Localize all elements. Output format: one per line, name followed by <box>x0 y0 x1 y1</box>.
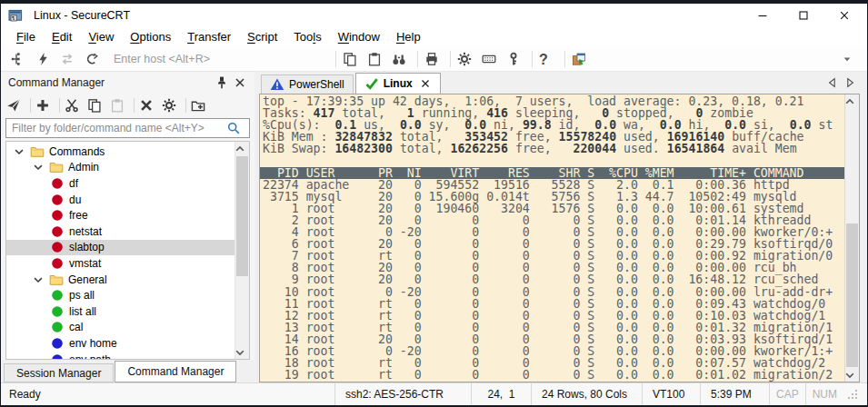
terminal[interactable]: top - 17:39:35 up 42 days, 1:06, 7 users… <box>260 94 844 382</box>
scroll-up-button[interactable] <box>235 142 249 155</box>
session-tab-linux[interactable]: Linux <box>355 73 441 94</box>
close-button[interactable] <box>826 4 867 26</box>
pin-button[interactable] <box>215 74 233 92</box>
tree-item-free[interactable]: free <box>6 207 234 223</box>
tree-item-admin[interactable]: Admin <box>6 160 234 176</box>
scroll-down-button[interactable] <box>845 368 859 382</box>
copy-button[interactable] <box>85 95 108 115</box>
scroll-thumb[interactable] <box>236 156 248 276</box>
toolbar-separator <box>532 51 533 67</box>
chevron-down-icon[interactable] <box>12 144 26 159</box>
session-manager-button[interactable] <box>8 48 33 70</box>
session-options-button[interactable] <box>454 48 479 70</box>
toolbar-overflow-icon <box>840 52 854 66</box>
copy-button[interactable] <box>340 48 364 70</box>
tree-item-env-home[interactable]: env home <box>6 335 234 352</box>
scroll-down-button[interactable] <box>235 345 249 359</box>
menu-script[interactable]: Script <box>239 28 285 45</box>
tree-item-env-path[interactable]: env path <box>6 352 234 359</box>
options-gear-icon <box>162 98 176 113</box>
tree-scrollbar[interactable] <box>234 142 249 359</box>
status-emulation: VT100 <box>642 383 700 405</box>
menu-window[interactable]: Window <box>330 28 388 45</box>
tab-scroll-left-button[interactable] <box>823 74 841 92</box>
keymap-button[interactable] <box>479 48 504 70</box>
menu-file[interactable]: File <box>8 28 44 45</box>
disconnect-button[interactable] <box>82 48 106 70</box>
tree-item-netstat[interactable]: netstat <box>6 223 234 240</box>
filter-box[interactable]: Filter by folder/command name <Alt+Y> <box>5 118 250 138</box>
cut-button[interactable] <box>63 95 85 115</box>
status-cursor-position: 24, 1 <box>471 383 531 405</box>
terminal-scrollbar[interactable] <box>844 94 859 382</box>
scroll-thumb[interactable] <box>846 223 858 367</box>
paste-button[interactable] <box>108 95 131 115</box>
menu-view[interactable]: View <box>80 28 122 45</box>
securecrt-window: Linux - SecureCRT FileEditViewOptionsTra… <box>1 4 867 405</box>
session-tab-powershell[interactable]: PowerShell <box>261 74 354 94</box>
tree-item-label: vmstat <box>69 257 101 270</box>
paste-button[interactable] <box>364 48 389 70</box>
menu-edit[interactable]: Edit <box>44 28 80 45</box>
ssh-key-button[interactable] <box>504 48 528 70</box>
delete-button[interactable] <box>137 95 160 115</box>
minimize-button[interactable] <box>744 4 785 26</box>
folder-icon <box>30 144 45 159</box>
status-terminal-size: 24 Rows, 80 Cols <box>531 383 642 405</box>
add-command-button[interactable] <box>34 95 56 115</box>
tree-item-commands[interactable]: Commands <box>6 144 234 160</box>
options-gear-button[interactable] <box>160 95 183 115</box>
chevron-down-icon[interactable] <box>31 160 45 174</box>
filter-placeholder: Filter by folder/command name <Alt+Y> <box>12 122 226 134</box>
arrow-up-icon <box>233 142 247 156</box>
copy-icon <box>87 98 102 113</box>
help-button[interactable]: ? <box>536 48 561 70</box>
menu-help[interactable]: Help <box>388 28 429 45</box>
send-command-button[interactable] <box>5 95 27 115</box>
panel-tab-session-manager[interactable]: Session Manager <box>4 363 114 382</box>
launch-application-button[interactable] <box>569 48 594 70</box>
new-folder-button[interactable] <box>189 95 212 115</box>
quick-connect-button[interactable] <box>33 48 57 70</box>
tree-item-label: list all <box>69 305 96 318</box>
resize-grip[interactable] <box>843 383 867 405</box>
tree-item-list-all[interactable]: list all <box>6 303 234 320</box>
panel-tab-command-manager[interactable]: Command Manager <box>115 361 236 382</box>
search-icon <box>226 121 241 135</box>
tree-item-general[interactable]: General <box>6 272 234 288</box>
tree-item-vmstat[interactable]: vmstat <box>6 255 234 272</box>
toolbar-overflow-button[interactable] <box>837 48 862 70</box>
tree-item-du[interactable]: du <box>6 192 234 208</box>
chevron-down-icon[interactable] <box>31 273 45 287</box>
arrow-down-icon <box>233 345 247 360</box>
tree-item-slabtop[interactable]: slabtop <box>6 240 234 256</box>
tree-item-label: du <box>69 194 81 206</box>
scroll-up-button[interactable] <box>845 94 859 108</box>
find-button[interactable] <box>389 48 414 70</box>
launch-application-icon <box>572 52 586 66</box>
menu-options[interactable]: Options <box>122 28 179 45</box>
tab-close-button[interactable] <box>419 77 432 90</box>
print-button[interactable] <box>422 48 446 70</box>
grip-icon <box>845 387 860 402</box>
reconnect-button[interactable] <box>57 48 82 70</box>
terminal-pane: PowerShellLinux top - 17:39:35 up 42 day… <box>259 72 867 382</box>
menu-transfer[interactable]: Transfer <box>179 28 239 45</box>
command-dot-icon <box>50 176 65 191</box>
titlebar: Linux - SecureCRT <box>1 4 867 26</box>
command-dot-icon <box>50 288 65 303</box>
toolbar: Enter host <Alt+R>? <box>1 46 867 72</box>
tab-scroll-right-button[interactable] <box>841 74 858 92</box>
paste-icon <box>110 98 125 113</box>
panel-close-button[interactable] <box>233 74 251 92</box>
reconnect-icon <box>60 52 75 66</box>
maximize-button[interactable] <box>785 4 826 26</box>
tree-item-cal[interactable]: cal <box>6 320 234 336</box>
connected-check-icon <box>364 76 379 91</box>
menu-tools[interactable]: Tools <box>285 28 329 45</box>
command-dot-icon <box>50 320 65 334</box>
status-caps-lock: CAP <box>769 383 805 405</box>
host-input[interactable]: Enter host <Alt+R> <box>106 53 332 65</box>
tree-item-df[interactable]: df <box>6 175 234 192</box>
tree-item-ps-all[interactable]: ps all <box>6 287 234 303</box>
